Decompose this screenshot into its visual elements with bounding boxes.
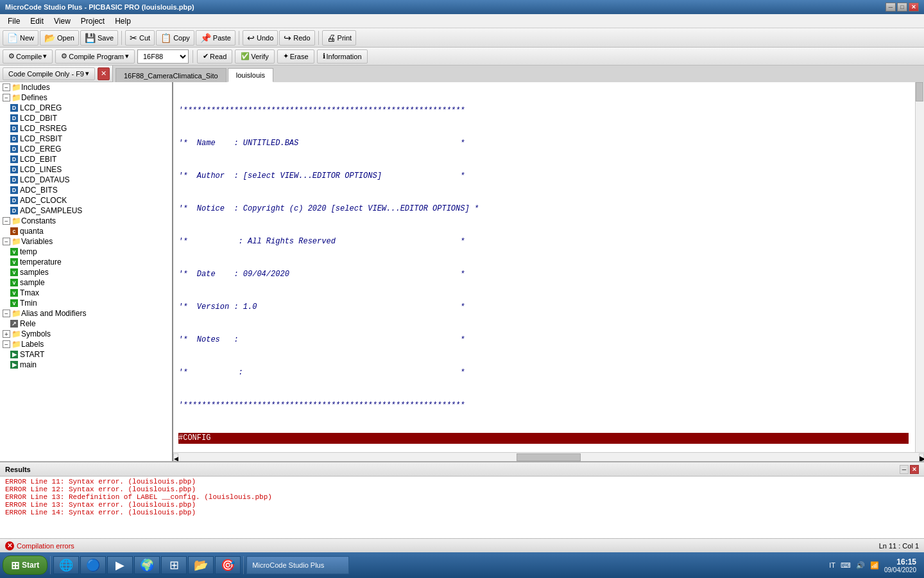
left-panel-close[interactable]: ✕ [98, 67, 110, 80]
defines-expander[interactable]: − [3, 94, 10, 101]
start-button[interactable]: ⊞ Start [3, 556, 47, 575]
item-label: temperature [20, 258, 62, 267]
tree-quanta[interactable]: c quanta [0, 226, 172, 236]
verify-button[interactable]: ✅ Verify [235, 49, 275, 64]
taskbar-chrome[interactable]: 🌍 [134, 556, 160, 574]
redo-button[interactable]: ↪ Redo [279, 30, 314, 46]
taskbar-app[interactable]: 🎯 [215, 556, 241, 574]
menu-edit[interactable]: Edit [25, 15, 49, 28]
tree-alias[interactable]: − 📁 Alias and Modifiers [0, 308, 172, 319]
tree-variables[interactable]: − 📁 Variables [0, 236, 172, 247]
vertical-scrollbar[interactable] [915, 82, 924, 452]
save-icon: 💾 [85, 33, 96, 43]
tree-symbols[interactable]: + 📁 Symbols [0, 329, 172, 339]
variables-label: Variables [21, 237, 53, 246]
item-label: START [20, 350, 44, 359]
taskbar-media[interactable]: ▶ [107, 556, 133, 574]
tree-temperature[interactable]: v temperature [0, 257, 172, 267]
compile-dropdown-arrow: ▾ [43, 52, 47, 60]
tree-adc-bits[interactable]: D ADC_BITS [0, 185, 172, 195]
tree-samples[interactable]: v samples [0, 267, 172, 277]
tree-constants[interactable]: − 📁 Constants [0, 216, 172, 226]
tree-defines[interactable]: − 📁 Defines [0, 92, 172, 103]
print-button[interactable]: 🖨 Print [322, 30, 357, 46]
d-icon: D [10, 207, 18, 215]
tab-camera[interactable]: 16F88_CameraClimatica_Sito [116, 68, 227, 82]
maximize-btn[interactable]: □ [897, 3, 907, 12]
tree-lcd-rsreg[interactable]: D LCD_RSREG [0, 123, 172, 134]
horizontal-scrollbar[interactable]: ◀ ▶ [173, 452, 924, 461]
v-icon: v [10, 258, 18, 266]
new-button[interactable]: 📄 New [3, 30, 38, 46]
scroll-left-btn[interactable]: ◀ [173, 453, 178, 461]
close-btn[interactable]: ✕ [909, 3, 919, 12]
tree-start[interactable]: ▶ START [0, 349, 172, 360]
tree-labels[interactable]: − 📁 Labels [0, 339, 172, 349]
taskbar-active-app[interactable]: MicroCode Studio Plus [246, 556, 349, 574]
d-icon: D [10, 135, 18, 143]
tree-sample[interactable]: v sample [0, 277, 172, 288]
tree-adc-clock[interactable]: D ADC_CLOCK [0, 195, 172, 206]
sep2 [239, 31, 239, 45]
undo-button[interactable]: ↩ Undo [243, 30, 278, 46]
cut-button[interactable]: ✂ Cut [125, 30, 155, 46]
compile-prog-icon: ⚙ [61, 52, 67, 60]
variables-expander[interactable]: − [3, 238, 10, 245]
d-icon: D [10, 166, 18, 173]
compile-program-button[interactable]: ⚙ Compile Program ▾ [55, 49, 135, 64]
tree-includes[interactable]: − 📁 Includes [0, 82, 172, 92]
chip-select[interactable]: 16F88 16F877A 18F4520 [137, 49, 189, 64]
tab-louislouis[interactable]: louislouis [228, 68, 273, 82]
menu-project[interactable]: Project [76, 15, 110, 28]
code-area[interactable]: '***************************************… [173, 82, 924, 452]
taskbar-icon2[interactable]: 🔵 [80, 556, 106, 574]
save-button[interactable]: 💾 Save [80, 30, 118, 46]
compile-button[interactable]: ⚙ Compile ▾ [3, 49, 53, 64]
results-minimize[interactable]: ─ [900, 465, 909, 474]
code-compile-dropdown[interactable]: Code Compile Only - F9 ▾ [3, 67, 95, 80]
tree-adc-sampleus[interactable]: D ADC_SAMPLEUS [0, 206, 172, 216]
tree-tmax[interactable]: v Tmax [0, 288, 172, 298]
compile-prog-arrow: ▾ [125, 52, 129, 60]
tree-rele[interactable]: ↗ Rele [0, 319, 172, 329]
tree-lcd-lines[interactable]: D LCD_LINES [0, 164, 172, 175]
symbols-expander[interactable]: + [3, 330, 10, 338]
h-scroll-thumb[interactable] [517, 453, 581, 461]
menu-view[interactable]: View [49, 15, 76, 28]
constants-expander[interactable]: − [3, 217, 10, 225]
tree-lcd-ebit[interactable]: D LCD_EBIT [0, 154, 172, 164]
sep1 [121, 31, 122, 45]
left-panel: − 📁 Includes − 📁 Defines D LCD_DREG D LC… [0, 82, 173, 461]
minimize-btn[interactable]: ─ [886, 3, 896, 12]
scroll-right-btn[interactable]: ▶ [919, 453, 924, 461]
taskbar-ie[interactable]: 🌐 [53, 556, 79, 574]
taskbar-calc[interactable]: ⊞ [161, 556, 187, 574]
tree-lcd-dataus[interactable]: D LCD_DATAUS [0, 175, 172, 185]
taskbar-folder[interactable]: 📂 [188, 556, 214, 574]
scrollbar-thumb[interactable] [916, 82, 923, 101]
paste-button[interactable]: 📌 Paste [196, 30, 235, 46]
information-button[interactable]: ℹ Information [317, 49, 368, 64]
code-line-5: '* : All Rights Reserved * [178, 236, 909, 247]
erase-button[interactable]: ✦ Erase [277, 49, 314, 64]
menu-file[interactable]: File [3, 15, 25, 28]
read-button[interactable]: ✔ Read [197, 49, 232, 64]
error-line-1: ERROR Line 11: Syntax error. (louislouis… [5, 478, 919, 486]
tree-lcd-ereg[interactable]: D LCD_EREG [0, 144, 172, 154]
copy-button[interactable]: 📋 Copy [156, 30, 194, 46]
tree-lcd-rsbit[interactable]: D LCD_RSBIT [0, 134, 172, 144]
clock-time: 16:15 [896, 557, 916, 566]
tree-temp[interactable]: v temp [0, 247, 172, 257]
includes-expander[interactable]: − [3, 83, 10, 91]
open-button[interactable]: 📂 Open [40, 30, 79, 46]
alias-expander[interactable]: − [3, 310, 10, 317]
tree-lcd-dreg[interactable]: D LCD_DREG [0, 103, 172, 113]
tree-main[interactable]: ▶ main [0, 360, 172, 370]
erase-icon: ✦ [283, 52, 289, 60]
labels-expander[interactable]: − [3, 340, 10, 348]
results-close[interactable]: ✕ [910, 465, 919, 474]
read-icon: ✔ [203, 52, 209, 60]
tree-lcd-dbit[interactable]: D LCD_DBIT [0, 113, 172, 123]
tree-tmin[interactable]: v Tmin [0, 298, 172, 308]
menu-help[interactable]: Help [110, 15, 136, 28]
